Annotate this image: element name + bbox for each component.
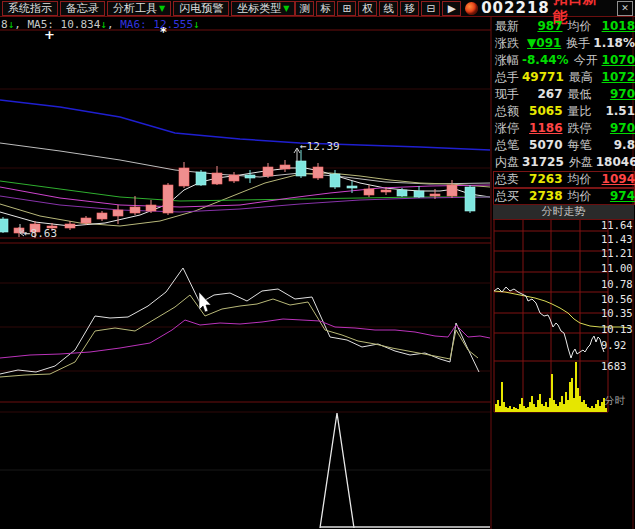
- quote-row-5: 总额5065量比1.51: [493, 103, 635, 120]
- quote-value: 970: [595, 120, 635, 137]
- ma-readout-fragment: 8: [1, 18, 8, 31]
- menu-item-2[interactable]: 分析工具▼: [107, 1, 171, 16]
- quote-value: 5070: [522, 137, 563, 154]
- quote-label: 每笔: [566, 137, 595, 154]
- quote-label: 均价: [566, 188, 595, 205]
- quote-row-8: 内盘31725外盘18046: [493, 154, 635, 171]
- quote-label: 均价: [566, 171, 595, 188]
- quote-value: 9.8: [595, 137, 635, 154]
- intraday-x-label: 分时: [604, 394, 625, 408]
- ma-readout-fragment: MA6: 12.555: [120, 18, 193, 31]
- menu-item-4[interactable]: 坐标类型▼: [231, 1, 295, 16]
- quote-label: 总卖: [493, 171, 522, 188]
- quote-value: ▼091: [522, 35, 561, 52]
- quote-value: -8.44%: [522, 52, 569, 69]
- ma-readout-fragment: ↓: [193, 18, 200, 31]
- menu-bar-left: 系统指示备忘录分析工具▼闪电预警坐标类型▼: [2, 1, 295, 16]
- ma-readout-fragment: , MA5: 10.834: [14, 18, 100, 31]
- quote-row-2: 涨幅-8.44%今开1070: [493, 52, 635, 69]
- quote-label: 最高: [567, 69, 596, 86]
- price-annotation-0: ←12.39: [300, 140, 340, 153]
- stock-code: 002218: [481, 0, 550, 17]
- quote-label: 均价: [566, 18, 595, 35]
- tool-button-3[interactable]: 权: [358, 1, 377, 16]
- intraday-price-label-4: 10.78: [601, 278, 633, 290]
- menu-item-label: 系统指示: [8, 2, 52, 15]
- quote-label: 量比: [566, 103, 595, 120]
- tool-button-6[interactable]: ⊟: [421, 1, 440, 16]
- quote-label: 最新: [493, 18, 522, 35]
- top-toolbar: 系统指示备忘录分析工具▼闪电预警坐标类型▼ 测标⊞权线移⊟▶ 002218 拓日…: [0, 0, 635, 17]
- quote-label: 总笔: [493, 137, 522, 154]
- intraday-price-label-7: 10.13: [601, 323, 633, 335]
- intraday-price-label-2: 11.21: [601, 247, 633, 259]
- quote-row-10: 总买2738均价974: [493, 188, 635, 205]
- chart-marker-0: +: [44, 27, 55, 42]
- quote-row-9: 总卖7263均价1094: [493, 171, 635, 188]
- quote-label: 换手: [564, 35, 593, 52]
- intraday-price-label-1: 11.43: [601, 233, 633, 245]
- chart-marker-1: *: [160, 24, 167, 39]
- quote-label: 外盘: [567, 154, 596, 171]
- tool-bar-right: 测标⊞权线移⊟▶: [295, 1, 461, 16]
- tool-button-0[interactable]: 测: [295, 1, 314, 16]
- quote-value: 974: [595, 188, 635, 205]
- intraday-price-label-6: 10.35: [601, 307, 633, 319]
- quote-value: 987: [522, 18, 563, 35]
- tool-button-4[interactable]: 线: [379, 1, 398, 16]
- quote-value: 1186: [522, 120, 563, 137]
- menu-item-label: 坐标类型: [237, 2, 281, 15]
- intraday-price-label-8: 9.92: [601, 339, 626, 351]
- quote-row-1: 涨跌▼091换手1.18%: [493, 35, 635, 52]
- quote-value: 18046: [596, 154, 635, 171]
- intraday-price-label-3: 11.00: [601, 262, 633, 274]
- chevron-down-icon: ▼: [159, 2, 165, 15]
- quote-label: 今开: [572, 52, 601, 69]
- app-logo-icon: [465, 2, 478, 15]
- quote-value: 1072: [596, 69, 635, 86]
- intraday-price-label-5: 10.56: [601, 293, 633, 305]
- tool-button-7[interactable]: ▶: [442, 1, 461, 16]
- quote-value: 1094: [595, 171, 635, 188]
- quote-label: 总手: [493, 69, 522, 86]
- quote-label: 涨停: [493, 120, 522, 137]
- quote-value: 5065: [522, 103, 563, 120]
- menu-item-label: 闪电预警: [179, 2, 223, 15]
- intraday-price-label-0: 11.64: [601, 219, 633, 231]
- ma-readout-fragment: ,: [107, 18, 120, 31]
- menu-item-0[interactable]: 系统指示: [2, 1, 58, 16]
- quote-label: 涨跌: [493, 35, 522, 52]
- chevron-down-icon: ▼: [283, 2, 289, 15]
- intraday-panel-title: 分时走势: [493, 204, 634, 220]
- tool-button-2[interactable]: ⊞: [337, 1, 356, 16]
- quote-label: 最低: [566, 86, 595, 103]
- kline-chart-canvas[interactable]: [0, 0, 492, 529]
- quote-row-6: 涨停1186跌停970: [493, 120, 635, 137]
- quote-label: 现手: [493, 86, 522, 103]
- menu-item-3[interactable]: 闪电预警: [173, 1, 229, 16]
- quote-value: 267: [522, 86, 563, 103]
- tool-button-1[interactable]: 标: [316, 1, 335, 16]
- tool-button-5[interactable]: 移: [400, 1, 419, 16]
- quote-value: 31725: [522, 154, 564, 171]
- quote-row-0: 最新987均价1018: [493, 18, 635, 35]
- price-annotation-1: ←8.63: [24, 227, 57, 240]
- close-icon[interactable]: ✕: [617, 1, 633, 16]
- quote-label: 总额: [493, 103, 522, 120]
- quote-label: 总买: [493, 188, 522, 205]
- quote-value: 1.51: [595, 103, 635, 120]
- quote-value: 49771: [522, 69, 564, 86]
- quote-row-7: 总笔5070每笔9.8: [493, 137, 635, 154]
- quote-row-4: 现手267最低970: [493, 86, 635, 103]
- menu-item-label: 备忘录: [66, 2, 99, 15]
- menu-item-1[interactable]: 备忘录: [60, 1, 105, 16]
- ma-readout-fragment: ↓: [100, 18, 107, 31]
- quote-value: 970: [595, 86, 635, 103]
- quote-panel: 最新987均价1018涨跌▼091换手1.18%涨幅-8.44%今开1070总手…: [493, 18, 635, 205]
- quote-value: 1070: [601, 52, 635, 69]
- quote-value: 2738: [522, 188, 563, 205]
- quote-value: 1018: [595, 18, 635, 35]
- quote-label: 跌停: [566, 120, 595, 137]
- intraday-volume-label: 1683: [601, 360, 626, 372]
- menu-item-label: 分析工具: [113, 2, 157, 15]
